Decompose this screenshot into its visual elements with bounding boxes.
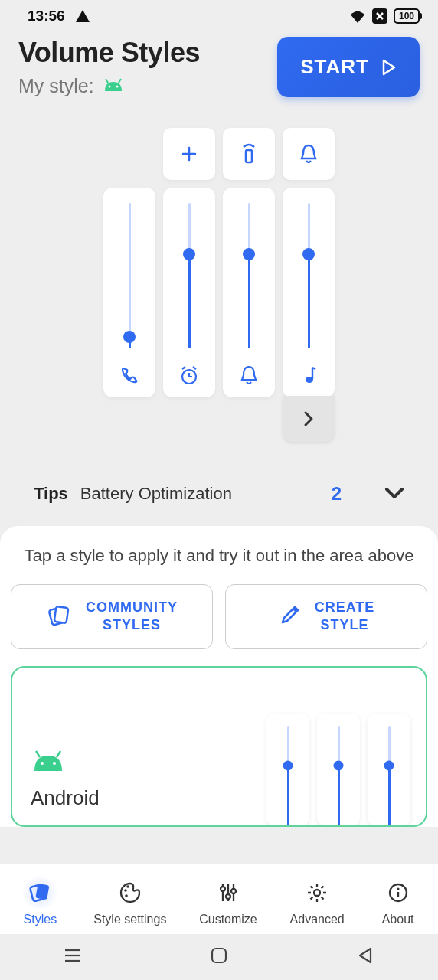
svg-line-10 bbox=[36, 751, 40, 757]
bell-button[interactable] bbox=[283, 128, 335, 180]
cards-icon bbox=[46, 603, 72, 631]
system-nav bbox=[0, 934, 438, 980]
volume-slider-alarm[interactable] bbox=[163, 188, 215, 397]
alarm-icon bbox=[178, 365, 200, 385]
chevron-down-icon bbox=[384, 484, 404, 504]
styles-icon bbox=[28, 881, 52, 904]
svg-rect-5 bbox=[246, 150, 252, 162]
svg-line-11 bbox=[57, 751, 60, 757]
notify-icon bbox=[239, 365, 259, 385]
svg-line-1 bbox=[106, 79, 108, 83]
instruction-text: Tap a style to apply it and try it out i… bbox=[11, 546, 427, 566]
nav-advanced[interactable]: Advanced bbox=[290, 877, 345, 926]
bottom-nav: Styles Style settings Customize Advanced… bbox=[0, 864, 438, 934]
svg-point-7 bbox=[306, 377, 313, 383]
sliders-icon bbox=[217, 881, 239, 904]
back-button[interactable] bbox=[355, 946, 375, 969]
android-icon bbox=[102, 75, 125, 97]
music-icon bbox=[299, 365, 318, 385]
svg-point-27 bbox=[397, 887, 399, 890]
tips-text: Battery Optimization bbox=[80, 484, 319, 504]
tips-count: 2 bbox=[332, 483, 342, 505]
svg-point-25 bbox=[314, 890, 320, 896]
gear-icon bbox=[306, 881, 328, 904]
add-button[interactable] bbox=[163, 128, 215, 180]
svg-rect-9 bbox=[54, 606, 69, 623]
volume-preview bbox=[0, 128, 438, 442]
create-style-button[interactable]: CREATE STYLE bbox=[225, 584, 427, 649]
svg-point-3 bbox=[108, 86, 110, 88]
page-title: Volume Styles bbox=[18, 37, 200, 69]
warning-icon bbox=[76, 10, 90, 22]
community-styles-button[interactable]: COMMUNITY STYLES bbox=[11, 584, 213, 649]
svg-point-20 bbox=[221, 887, 225, 891]
expand-button[interactable] bbox=[283, 396, 335, 442]
header: Volume Styles My style: START bbox=[0, 29, 438, 97]
style-name: Android bbox=[31, 786, 266, 810]
nav-styles[interactable]: Styles bbox=[19, 877, 60, 926]
remote-button[interactable] bbox=[223, 128, 275, 180]
page-subtitle: My style: bbox=[18, 75, 200, 97]
svg-point-22 bbox=[226, 894, 230, 899]
volume-slider-phone[interactable] bbox=[103, 188, 155, 397]
pencil-icon bbox=[278, 604, 301, 629]
mini-slider bbox=[266, 714, 309, 825]
nav-style-settings[interactable]: Style settings bbox=[93, 877, 166, 926]
svg-line-2 bbox=[119, 79, 121, 83]
status-bar: 13:56 100 bbox=[0, 0, 438, 29]
phone-icon bbox=[119, 365, 139, 385]
recents-button[interactable] bbox=[63, 946, 83, 969]
palette-icon bbox=[119, 881, 142, 904]
svg-point-24 bbox=[231, 889, 236, 893]
volume-slider-notify[interactable] bbox=[223, 188, 275, 397]
svg-point-4 bbox=[116, 86, 118, 88]
volume-slider-music[interactable] bbox=[283, 188, 335, 397]
info-icon bbox=[387, 882, 409, 903]
svg-point-16 bbox=[124, 889, 127, 892]
android-icon bbox=[31, 762, 66, 775]
style-card-android[interactable]: Android bbox=[11, 666, 427, 827]
nav-customize[interactable]: Customize bbox=[199, 877, 257, 926]
home-button[interactable] bbox=[209, 946, 229, 969]
tips-row[interactable]: Tips Battery Optimization 2 bbox=[0, 483, 438, 505]
battery-icon: 100 bbox=[394, 8, 420, 24]
mini-slider bbox=[317, 714, 360, 825]
mini-slider bbox=[368, 714, 410, 825]
svg-point-13 bbox=[53, 762, 56, 765]
nav-about[interactable]: About bbox=[378, 877, 419, 926]
svg-point-12 bbox=[41, 762, 44, 765]
tips-label: Tips bbox=[34, 484, 68, 504]
play-icon bbox=[381, 59, 397, 76]
start-button[interactable]: START bbox=[277, 37, 420, 97]
svg-point-18 bbox=[125, 894, 128, 897]
clock: 13:56 bbox=[28, 8, 65, 24]
wifi-icon bbox=[349, 9, 366, 23]
svg-point-17 bbox=[126, 885, 129, 888]
svg-rect-32 bbox=[212, 949, 226, 962]
styles-panel: Tap a style to apply it and try it out i… bbox=[0, 526, 438, 827]
x-icon bbox=[372, 8, 387, 24]
